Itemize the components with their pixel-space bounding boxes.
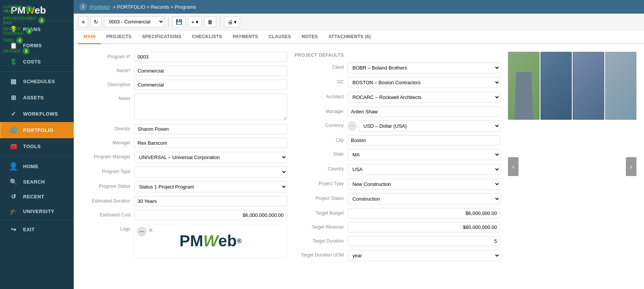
target-duration-uom-group: Target Duration UOM year month week day <box>295 250 501 261</box>
sidebar-item-schedules[interactable]: ▤ SCHEDULES <box>0 73 74 90</box>
program-type-select[interactable] <box>134 167 287 178</box>
project-status-select[interactable]: Construction <box>348 193 501 204</box>
delete-button[interactable]: 🗑 <box>204 17 216 27</box>
breadcrumb-portfolio-link[interactable]: (Portfolio) <box>89 4 110 10</box>
manager-field[interactable] <box>134 138 287 148</box>
tab-payments[interactable]: PAYMENTS <box>228 30 263 44</box>
carousel-next-button[interactable]: › <box>626 157 636 176</box>
estimated-cost-field[interactable] <box>134 210 287 220</box>
client-select[interactable]: BOBR – Boland Brothers <box>348 62 501 73</box>
architect-label: Architect <box>295 92 348 99</box>
sidebar-label-costs: COSTS <box>23 59 41 65</box>
sidebar-item-assets[interactable]: ⊞ ASSETS <box>0 90 74 106</box>
sidebar-item-tools[interactable]: 🧰 TOOLS <box>0 138 74 155</box>
currency-select[interactable]: USD – Dollar (USA) <box>359 121 501 131</box>
program-manager-select[interactable]: UNIVERSAL – Universal Corporation <box>134 152 287 163</box>
project-status-label: Project Status <box>295 193 348 201</box>
program-manager-group: Program Manager UNIVERSAL – Universal Co… <box>81 152 287 163</box>
country-label: Country <box>295 164 348 172</box>
add-button[interactable]: + ▾ <box>188 17 202 27</box>
breadcrumb-path: > PORTFOLIO > Records > Programs <box>113 4 196 10</box>
print-icon: 🖨 <box>228 19 233 25</box>
sidebar-item-home[interactable]: 👤 HOME <box>0 158 74 175</box>
logo-options-button[interactable]: ⋯ <box>137 227 147 236</box>
tab-specifications[interactable]: SPECIFICATIONS <box>137 30 187 44</box>
print-button[interactable]: 🖨 ▾ <box>224 17 240 27</box>
state-select[interactable]: MA <box>348 149 501 160</box>
sidebar-collapse-button[interactable]: ‹ <box>6 7 8 14</box>
project-status-group: Project Status Construction <box>295 193 501 204</box>
university-icon: 🎓 <box>8 208 19 215</box>
pmweb-logo-image: PMWeb® <box>180 232 242 250</box>
right-manager-field[interactable] <box>348 107 501 117</box>
notes-label: Notes <box>81 94 134 101</box>
sidebar-item-recent[interactable]: ↺ RECENT <box>0 189 74 204</box>
logo-text: PMWeb <box>11 5 46 16</box>
main-content: i (Portfolio) > PORTFOLIO > Records > Pr… <box>74 0 644 289</box>
sidebar-label-search: SEARCH <box>23 179 45 185</box>
sidebar-item-plans[interactable]: 💡 PLANS <box>0 21 74 37</box>
carousel-prev-button[interactable]: ‹ <box>508 157 519 176</box>
carousel-image-1 <box>508 52 540 120</box>
record-select[interactable]: 0003 - Commercial 0001 - Residential 000… <box>104 16 164 27</box>
tab-attachments[interactable]: ATTACHMENTS (6) <box>323 30 376 44</box>
gc-select[interactable]: BOSTON – Boston Contractors <box>348 77 501 88</box>
notes-field[interactable] <box>134 94 287 120</box>
program-manager-label: Program Manager <box>81 152 134 159</box>
city-label: City <box>295 135 348 143</box>
tab-main[interactable]: MAIN <box>78 30 101 44</box>
program-number-field[interactable] <box>134 52 287 62</box>
assets-icon: ⊞ <box>8 94 19 101</box>
logo-close-button[interactable]: ✕ <box>148 227 153 234</box>
estimated-cost-group: Estimated Cost <box>81 210 287 220</box>
plans-icon: 💡 <box>8 26 19 33</box>
manager-label: Manager <box>81 138 134 145</box>
name-group: Name* <box>81 66 287 76</box>
director-field[interactable] <box>134 124 287 134</box>
tab-notes[interactable]: NOTES <box>296 30 323 44</box>
save-button[interactable]: 💾 <box>172 17 186 27</box>
logo-group: Logo ⋯ ✕ PMWeb® <box>81 224 287 258</box>
sidebar-item-costs[interactable]: 💲 COSTS <box>0 54 74 70</box>
project-type-select[interactable]: New Construction <box>348 179 501 190</box>
program-status-group: Program Status Status 1 Project Program <box>81 181 287 192</box>
sidebar-item-forms[interactable]: 📋 FORMS <box>0 37 74 54</box>
undo-button[interactable]: ↻ <box>90 17 102 27</box>
program-status-select[interactable]: Status 1 Project Program <box>134 181 287 192</box>
search-icon: 🔍 <box>8 178 19 185</box>
nav-divider-2 <box>0 156 74 156</box>
sidebar-item-portfolio[interactable]: 🌐 PORTFOLIO <box>0 122 74 138</box>
architect-group: Architect ROCARC – Rockwell Architects <box>295 92 501 103</box>
sidebar-item-workflows[interactable]: ✓ WORKFLOWS <box>0 106 74 122</box>
name-field[interactable] <box>134 66 287 76</box>
tab-projects[interactable]: PROJECTS <box>101 30 137 44</box>
add-icon: + ▾ <box>191 19 198 25</box>
sidebar-label-assets: ASSETS <box>23 95 44 100</box>
project-defaults-header: PROJECT DEFAULTS <box>295 52 501 58</box>
sidebar-nav: 💡 PLANS 📋 FORMS 💲 COSTS ▤ SCHEDULES ⊞ AS… <box>0 21 74 289</box>
currency-options-button[interactable]: ⋯ <box>348 122 357 131</box>
city-field[interactable] <box>348 135 501 145</box>
sidebar-item-university[interactable]: 🎓 UNIVERSITY <box>0 204 74 219</box>
country-select[interactable]: USA <box>348 164 501 175</box>
architect-select[interactable]: ROCARC – Rockwell Architects <box>348 92 501 103</box>
target-budget-field[interactable] <box>348 208 501 218</box>
sidebar-item-exit[interactable]: ↪ EXIT <box>0 222 74 237</box>
tab-clauses[interactable]: CLAUSES <box>263 30 296 44</box>
estimated-duration-field[interactable] <box>134 196 287 206</box>
list-view-button[interactable]: ≡ <box>78 17 88 27</box>
program-manager-wrap: UNIVERSAL – Universal Corporation <box>134 152 287 163</box>
target-duration-field[interactable] <box>348 236 501 246</box>
gc-label: GC <box>295 77 348 85</box>
tab-checklists[interactable]: CHECKLISTS <box>187 30 228 44</box>
estimated-duration-group: Estimated Duration <box>81 196 287 206</box>
sidebar-item-search[interactable]: 🔍 SEARCH <box>0 175 74 189</box>
toolbar-divider-1 <box>168 17 169 27</box>
logo-label: Logo <box>81 224 134 232</box>
target-revenue-field[interactable] <box>348 222 501 232</box>
director-group: Director <box>81 124 287 134</box>
info-icon[interactable]: i <box>79 3 87 11</box>
description-field[interactable] <box>134 80 287 90</box>
target-duration-uom-select[interactable]: year month week day <box>348 250 501 261</box>
breadcrumb-bar: i (Portfolio) > PORTFOLIO > Records > Pr… <box>74 0 644 14</box>
